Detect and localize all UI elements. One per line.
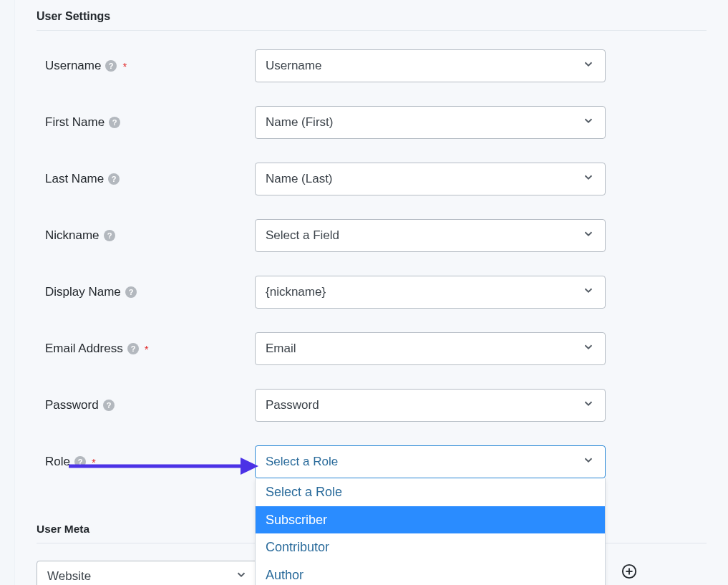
required-indicator: * (145, 343, 149, 355)
svg-text:?: ? (109, 62, 114, 70)
help-icon[interactable]: ? (103, 400, 115, 411)
required-indicator: * (122, 60, 127, 72)
field-row-password: Password ? Password (37, 389, 707, 422)
last-name-label: Last Name (45, 172, 104, 186)
display-name-select[interactable]: {nickname} (255, 276, 606, 309)
field-row-username: Username ? * Username (37, 49, 707, 82)
password-select[interactable]: Password (255, 389, 606, 422)
help-icon[interactable]: ? (109, 117, 120, 128)
svg-text:?: ? (106, 401, 111, 410)
svg-text:?: ? (130, 344, 135, 353)
display-name-label: Display Name (45, 285, 121, 299)
help-icon[interactable]: ? (74, 456, 86, 468)
role-label: Role (45, 455, 70, 469)
username-label: Username (45, 59, 101, 73)
chevron-down-icon (582, 115, 595, 131)
role-value: Select a Role (266, 455, 338, 469)
field-row-email: Email Address ? * Email (37, 332, 707, 365)
role-option[interactable]: Author (256, 561, 605, 585)
password-value: Password (266, 398, 319, 412)
first-name-select[interactable]: Name (First) (255, 106, 606, 139)
nickname-select[interactable]: Select a Field (255, 219, 606, 252)
svg-text:?: ? (128, 288, 133, 296)
role-option[interactable]: Contributor (256, 533, 605, 561)
last-name-value: Name (Last) (266, 172, 333, 186)
field-row-first-name: First Name ? Name (First) (37, 106, 707, 139)
username-value: Username (266, 59, 321, 73)
field-row-last-name: Last Name ? Name (Last) (37, 163, 707, 195)
chevron-down-icon (582, 171, 595, 188)
required-indicator: * (92, 456, 96, 468)
last-name-select[interactable]: Name (Last) (255, 163, 606, 195)
email-label: Email Address (45, 342, 123, 356)
help-icon[interactable]: ? (127, 343, 139, 354)
field-row-nickname: Nickname ? Select a Field (37, 219, 707, 252)
role-select[interactable]: Select a Role (255, 445, 606, 478)
chevron-down-icon (582, 228, 595, 244)
chevron-down-icon (582, 397, 595, 414)
chevron-down-icon (582, 454, 595, 470)
svg-text:?: ? (78, 458, 83, 466)
help-icon[interactable]: ? (104, 230, 115, 241)
username-select[interactable]: Username (255, 49, 606, 82)
nickname-label: Nickname (45, 228, 100, 243)
svg-text:?: ? (112, 118, 117, 127)
field-row-role: Role ? * Select a Role Select a RoleSubs… (37, 445, 707, 478)
help-icon[interactable]: ? (105, 60, 117, 72)
first-name-label: First Name (45, 115, 105, 130)
nickname-value: Select a Field (266, 228, 339, 243)
add-meta-button[interactable] (621, 564, 637, 579)
password-label: Password (45, 398, 99, 412)
svg-text:?: ? (107, 231, 112, 240)
role-option[interactable]: Select a Role (256, 478, 605, 506)
email-select[interactable]: Email (255, 332, 606, 365)
display-name-value: {nickname} (266, 285, 326, 299)
chevron-down-icon (582, 284, 595, 301)
chevron-down-icon (582, 58, 595, 74)
section-title: User Settings (37, 10, 707, 31)
chevron-down-icon (235, 569, 248, 585)
svg-text:?: ? (112, 175, 117, 183)
user-meta-select[interactable]: Website (37, 561, 258, 585)
help-icon[interactable]: ? (125, 286, 137, 298)
role-dropdown: Select a RoleSubscriberContributorAuthor… (255, 478, 606, 585)
email-value: Email (266, 342, 296, 356)
field-row-display-name: Display Name ? {nickname} (37, 276, 707, 309)
user-meta-value: Website (47, 569, 91, 584)
first-name-value: Name (First) (266, 115, 333, 130)
role-option[interactable]: Subscriber (256, 506, 605, 534)
help-icon[interactable]: ? (108, 173, 120, 185)
chevron-down-icon (582, 341, 595, 357)
